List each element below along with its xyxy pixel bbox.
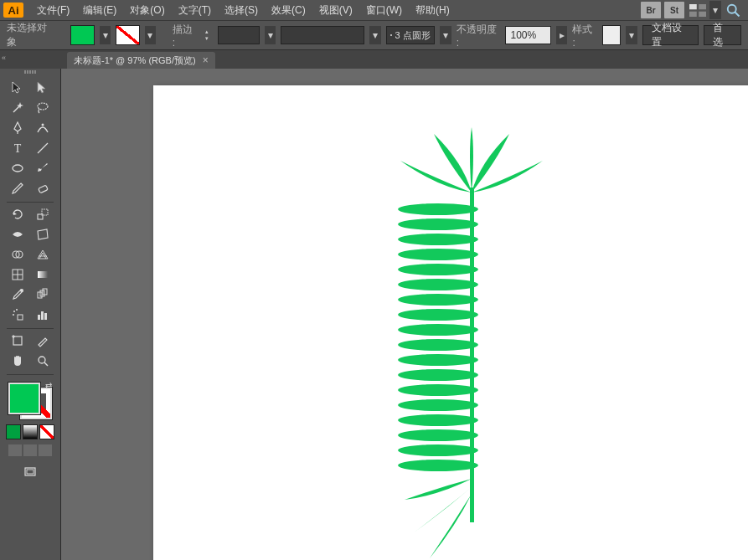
canvas-area[interactable] — [61, 69, 748, 560]
stroke-weight-input[interactable] — [218, 26, 260, 44]
svg-point-48 — [398, 309, 478, 321]
opacity-dropdown-icon[interactable]: ▸ — [556, 26, 567, 44]
gradient-tool[interactable] — [30, 265, 55, 284]
svg-line-11 — [38, 143, 48, 153]
menu-select[interactable]: 选择(S) — [218, 0, 265, 20]
selection-status: 未选择对象 — [7, 21, 54, 49]
fill-swatch[interactable] — [70, 25, 95, 45]
ellipse-tool[interactable] — [5, 159, 30, 177]
tab-bar-handle-icon[interactable]: « — [2, 54, 10, 62]
direct-selection-tool[interactable] — [30, 79, 55, 97]
stroke-weight-stepper[interactable]: ▴▾ — [202, 27, 213, 44]
svg-point-22 — [20, 289, 23, 292]
swap-fill-stroke-icon[interactable]: ⇄ — [45, 381, 52, 390]
brush-definition[interactable]: 3 点圆形 — [386, 26, 436, 44]
close-tab-icon[interactable]: × — [203, 54, 209, 66]
workspace-dropdown-icon[interactable]: ▾ — [709, 1, 721, 19]
menu-window[interactable]: 窗口(W) — [359, 0, 409, 20]
mesh-tool[interactable] — [5, 265, 30, 284]
screen-mode-button[interactable] — [18, 463, 43, 481]
color-mode-solid[interactable] — [6, 424, 21, 439]
brush-dropdown-icon[interactable]: ▾ — [440, 26, 451, 44]
pen-tool[interactable] — [5, 119, 30, 137]
fill-stroke-picker[interactable]: ⇄ — [7, 381, 54, 421]
draw-inside[interactable] — [39, 444, 52, 456]
graphic-style-swatch[interactable] — [602, 25, 622, 45]
svg-point-51 — [398, 354, 478, 366]
artboard-tool[interactable] — [5, 331, 30, 350]
svg-point-49 — [398, 324, 478, 336]
toolbox-grip-icon[interactable] — [13, 70, 47, 75]
perspective-grid-tool[interactable] — [30, 245, 55, 264]
svg-point-42 — [398, 218, 478, 230]
draw-mode-row — [8, 444, 52, 456]
svg-text:T: T — [14, 142, 22, 155]
stroke-dropdown-icon[interactable]: ▾ — [145, 26, 156, 44]
pencil-tool[interactable] — [5, 179, 30, 198]
bridge-button[interactable]: Br — [641, 2, 661, 18]
symbol-sprayer-tool[interactable] — [5, 306, 30, 324]
opacity-label: 不透明度 : — [457, 23, 500, 49]
artboard — [153, 85, 748, 560]
fill-dropdown-icon[interactable]: ▾ — [100, 26, 111, 44]
svg-rect-30 — [38, 315, 40, 320]
svg-rect-13 — [39, 185, 49, 193]
rotate-tool[interactable] — [5, 205, 30, 223]
stroke-swatch[interactable] — [116, 25, 140, 45]
style-dropdown-icon[interactable]: ▾ — [626, 26, 637, 44]
color-mode-gradient[interactable] — [23, 424, 38, 439]
curvature-tool[interactable] — [30, 119, 55, 137]
magic-wand-tool[interactable] — [5, 99, 30, 117]
draw-behind[interactable] — [23, 444, 37, 456]
style-label: 样式 : — [572, 23, 596, 49]
blend-tool[interactable] — [30, 285, 55, 304]
menu-object[interactable]: 对象(O) — [123, 0, 171, 20]
draw-normal[interactable] — [8, 444, 22, 456]
scale-tool[interactable] — [30, 205, 55, 223]
menu-bar: Ai 文件(F) 编辑(E) 对象(O) 文字(T) 选择(S) 效果(C) 视… — [0, 0, 748, 20]
search-icon[interactable] — [725, 3, 741, 17]
free-transform-tool[interactable] — [30, 225, 55, 244]
opacity-input[interactable]: 100% — [505, 26, 552, 44]
svg-point-56 — [398, 429, 478, 441]
svg-point-46 — [398, 279, 478, 290]
menu-effect[interactable]: 效果(C) — [265, 0, 312, 20]
eraser-tool[interactable] — [30, 179, 55, 198]
selection-tool[interactable] — [5, 79, 30, 97]
eyedropper-tool[interactable] — [5, 285, 30, 304]
lasso-tool[interactable] — [30, 99, 55, 117]
hand-tool[interactable] — [5, 352, 30, 370]
slice-tool[interactable] — [30, 331, 55, 350]
menu-help[interactable]: 帮助(H) — [409, 0, 457, 20]
main-area: T — [0, 69, 748, 560]
menu-edit[interactable]: 编辑(E) — [76, 0, 123, 20]
workspace-switcher-icon[interactable] — [689, 3, 706, 17]
document-tab[interactable]: 未标题-1* @ 97% (RGB/预览) × — [67, 52, 215, 69]
app-logo: Ai — [3, 3, 23, 18]
svg-rect-2 — [689, 11, 697, 16]
stock-button[interactable]: St — [664, 2, 684, 18]
paintbrush-tool[interactable] — [30, 159, 55, 177]
document-tab-bar: 未标题-1* @ 97% (RGB/预览) × — [0, 50, 748, 69]
preferences-button[interactable]: 首选 — [704, 25, 741, 45]
zoom-tool[interactable] — [30, 352, 55, 370]
menu-type[interactable]: 文字(T) — [172, 0, 218, 20]
variable-width-profile[interactable] — [281, 26, 364, 44]
svg-rect-1 — [699, 4, 706, 9]
width-tool[interactable] — [5, 225, 30, 244]
menu-file[interactable]: 文件(F) — [30, 0, 76, 20]
variable-width-dropdown-icon[interactable]: ▾ — [369, 26, 380, 44]
fill-color-box[interactable] — [8, 383, 40, 414]
document-setup-button[interactable]: 文档设置 — [642, 25, 699, 45]
shape-builder-tool[interactable] — [5, 245, 30, 264]
svg-point-28 — [16, 309, 18, 311]
line-tool[interactable] — [30, 139, 55, 157]
color-mode-none[interactable] — [39, 424, 54, 439]
toolbox: T — [0, 69, 61, 560]
menu-view[interactable]: 视图(V) — [312, 0, 359, 20]
svg-point-36 — [39, 357, 45, 363]
stroke-weight-dropdown-icon[interactable]: ▾ — [265, 26, 276, 44]
type-tool[interactable]: T — [5, 139, 30, 157]
column-graph-tool[interactable] — [30, 306, 55, 324]
svg-line-37 — [44, 362, 48, 366]
